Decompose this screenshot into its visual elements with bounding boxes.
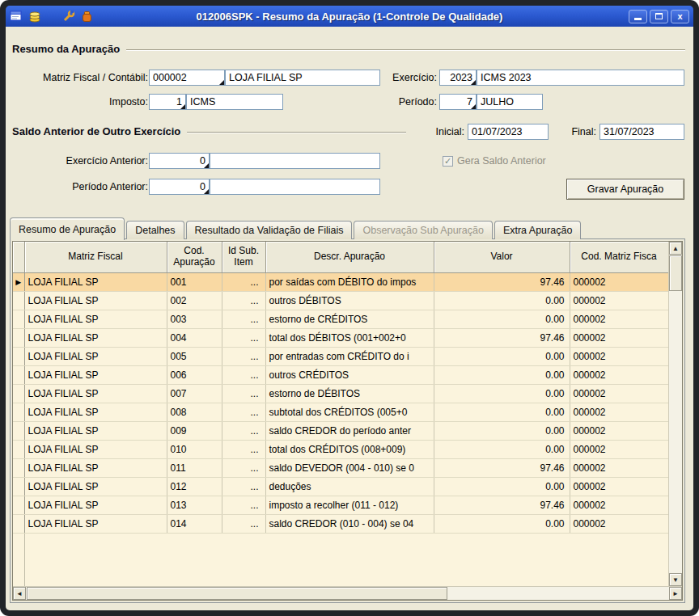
table-row[interactable]: LOJA FILIAL SP006...outros CRÉDITOS0.000… <box>13 365 668 384</box>
cell-idsub[interactable]: ... <box>222 440 265 458</box>
tab-1[interactable]: Resumo de Apuração <box>10 217 125 240</box>
column-header-valor[interactable]: Valor <box>434 242 570 272</box>
table-row[interactable]: LOJA FILIAL SP005...por entradas com CRÉ… <box>13 347 668 365</box>
cell-cod[interactable]: 007 <box>167 384 222 403</box>
cell-codmatriz[interactable]: 000002 <box>570 403 668 421</box>
table-row[interactable]: LOJA FILIAL SP007...estorno de DÉBITOS0.… <box>13 384 668 403</box>
cell-idsub[interactable]: ... <box>222 272 265 291</box>
cell-valor[interactable]: 0.00 <box>434 403 570 421</box>
column-header-cod[interactable]: Cod. Apuração <box>167 242 222 272</box>
cell-matriz[interactable]: LOJA FILIAL SP <box>24 458 167 477</box>
minimize-button[interactable] <box>629 10 647 23</box>
cell-idsub[interactable]: ... <box>222 421 265 440</box>
periodo-desc-field[interactable]: JULHO <box>477 94 543 110</box>
cell-valor[interactable]: 0.00 <box>434 347 570 365</box>
cell-indicator[interactable] <box>13 496 24 514</box>
cell-descr[interactable]: subtotal dos CRÉDITOS (005+0 <box>265 403 434 421</box>
cell-idsub[interactable]: ... <box>222 514 265 533</box>
cell-indicator[interactable] <box>13 458 24 477</box>
cell-cod[interactable]: 011 <box>167 458 222 477</box>
scroll-down-button[interactable]: ▼ <box>669 573 682 586</box>
cell-valor[interactable]: 0.00 <box>434 384 570 403</box>
wrench-icon[interactable] <box>62 11 75 23</box>
cell-cod[interactable]: 006 <box>167 365 222 384</box>
cell-indicator[interactable] <box>13 421 24 440</box>
exercicio-anterior-desc-field[interactable] <box>210 153 380 169</box>
vertical-scroll-thumb[interactable] <box>669 255 682 291</box>
coins-icon[interactable] <box>28 11 41 23</box>
cell-valor[interactable]: 0.00 <box>434 291 570 310</box>
scroll-up-button[interactable]: ▲ <box>669 242 682 255</box>
matriz-code-field[interactable]: 000002 <box>149 70 225 86</box>
table-row[interactable]: LOJA FILIAL SP008...subtotal dos CRÉDITO… <box>13 403 668 421</box>
cell-indicator[interactable] <box>13 347 24 365</box>
cell-descr[interactable]: outros DÉBITOS <box>265 291 434 310</box>
cell-valor[interactable]: 0.00 <box>434 477 570 496</box>
periodo-code-field[interactable]: 7 <box>439 94 477 110</box>
cell-valor[interactable]: 97.46 <box>434 272 570 291</box>
cell-codmatriz[interactable]: 000002 <box>570 328 668 347</box>
cell-matriz[interactable]: LOJA FILIAL SP <box>24 365 167 384</box>
cell-idsub[interactable]: ... <box>222 328 265 347</box>
cell-codmatriz[interactable]: 000002 <box>570 310 668 328</box>
column-header-indicator[interactable] <box>13 242 24 272</box>
gera-saldo-checkbox[interactable]: ✓ Gera Saldo Anterior <box>443 155 546 167</box>
cell-descr[interactable]: saldo DEVEDOR (004 - 010) se 0 <box>265 458 434 477</box>
cell-matriz[interactable]: LOJA FILIAL SP <box>24 272 167 291</box>
cell-descr[interactable]: por entradas com CRÉDITO do i <box>265 347 434 365</box>
form-icon[interactable] <box>10 11 23 22</box>
cell-indicator[interactable] <box>13 328 24 347</box>
cell-cod[interactable]: 010 <box>167 440 222 458</box>
cell-matriz[interactable]: LOJA FILIAL SP <box>24 310 167 328</box>
cell-idsub[interactable]: ... <box>222 347 265 365</box>
cell-cod[interactable]: 003 <box>167 310 222 328</box>
column-header-idsub[interactable]: Id Sub. Item <box>222 242 265 272</box>
cell-indicator[interactable] <box>13 310 24 328</box>
cell-codmatriz[interactable]: 000002 <box>570 272 668 291</box>
tab-2[interactable]: Detalhes <box>126 221 184 239</box>
cell-descr[interactable]: estorno de DÉBITOS <box>265 384 434 403</box>
cell-idsub[interactable]: ... <box>222 477 265 496</box>
periodo-anterior-desc-field[interactable] <box>210 179 380 195</box>
cell-valor[interactable]: 0.00 <box>434 440 570 458</box>
cell-idsub[interactable]: ... <box>222 403 265 421</box>
exercicio-anterior-code-field[interactable]: 0 <box>149 153 210 169</box>
cell-descr[interactable]: deduções <box>265 477 434 496</box>
final-date-field[interactable]: 31/07/2023 <box>599 124 684 140</box>
periodo-anterior-code-field[interactable]: 0 <box>149 179 210 195</box>
cell-matriz[interactable]: LOJA FILIAL SP <box>24 496 167 514</box>
cell-cod[interactable]: 012 <box>167 477 222 496</box>
cell-codmatriz[interactable]: 000002 <box>570 514 668 533</box>
cell-indicator[interactable] <box>13 384 24 403</box>
cell-codmatriz[interactable]: 000002 <box>570 384 668 403</box>
cell-cod[interactable]: 013 <box>167 496 222 514</box>
cell-matriz[interactable]: LOJA FILIAL SP <box>24 421 167 440</box>
vertical-scrollbar[interactable]: ▲ ▼ <box>668 242 682 586</box>
inicial-date-field[interactable]: 01/07/2023 <box>468 124 549 140</box>
table-row[interactable]: LOJA FILIAL SP002...outros DÉBITOS0.0000… <box>13 291 668 310</box>
cell-indicator[interactable] <box>13 477 24 496</box>
cell-codmatriz[interactable]: 000002 <box>570 421 668 440</box>
scroll-left-button[interactable]: ◄ <box>13 587 26 600</box>
cell-codmatriz[interactable]: 000002 <box>570 291 668 310</box>
cell-matriz[interactable]: LOJA FILIAL SP <box>24 440 167 458</box>
imposto-code-field[interactable]: 1 <box>149 94 186 110</box>
cell-idsub[interactable]: ... <box>222 291 265 310</box>
cell-matriz[interactable]: LOJA FILIAL SP <box>24 291 167 310</box>
cell-indicator[interactable] <box>13 403 24 421</box>
cell-matriz[interactable]: LOJA FILIAL SP <box>24 347 167 365</box>
cell-descr[interactable]: total dos CRÉDITOS (008+009) <box>265 440 434 458</box>
cell-valor[interactable]: 0.00 <box>434 514 570 533</box>
table-row[interactable]: LOJA FILIAL SP004...total dos DÉBITOS (0… <box>13 328 668 347</box>
cell-valor[interactable]: 97.46 <box>434 328 570 347</box>
table-row[interactable]: LOJA FILIAL SP010...total dos CRÉDITOS (… <box>13 440 668 458</box>
cell-idsub[interactable]: ... <box>222 365 265 384</box>
table-row[interactable]: LOJA FILIAL SP012...deduções0.00000002 <box>13 477 668 496</box>
cell-valor[interactable]: 0.00 <box>434 310 570 328</box>
gravar-apuracao-button[interactable]: Gravar Apuração <box>566 179 684 200</box>
cell-matriz[interactable]: LOJA FILIAL SP <box>24 403 167 421</box>
cell-idsub[interactable]: ... <box>222 384 265 403</box>
cell-codmatriz[interactable]: 000002 <box>570 477 668 496</box>
cell-codmatriz[interactable]: 000002 <box>570 496 668 514</box>
column-header-descr[interactable]: Descr. Apuração <box>265 242 434 272</box>
